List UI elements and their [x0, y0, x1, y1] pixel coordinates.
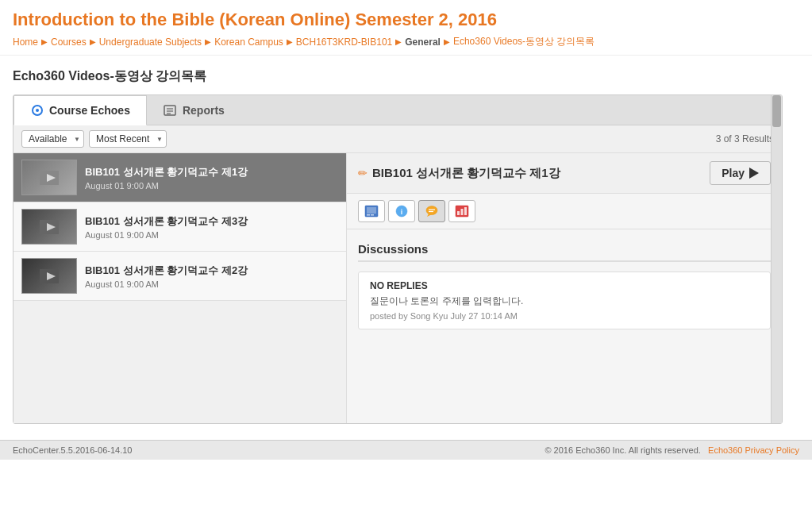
video-date-3: August 01 9:00 AM: [85, 279, 338, 289]
footer-copyright: © 2016 Echo360 Inc. All rights reserved.: [545, 445, 700, 455]
video-info-1: BIB101 성서개론 황기덕교수 제1강 August 01 9:00 AM: [85, 165, 338, 191]
detail-content: Discussions NO REPLIES 질문이나 토론의 주제를 입력합니…: [347, 229, 782, 423]
available-select-wrapper: Available: [21, 130, 84, 148]
no-replies-box: NO REPLIES 질문이나 토론의 주제를 입력합니다. posted by…: [358, 272, 771, 329]
discussion-icon: [425, 205, 439, 218]
content-body: BIB101 성서개론 황기덕교수 제1강 August 01 9:00 AM …: [13, 153, 782, 423]
breadcrumb-courses[interactable]: Courses: [51, 37, 87, 48]
video-thumb-image-2: [22, 210, 76, 244]
video-title-2: BIB101 성서개론 황기덕교수 제3강: [85, 214, 338, 229]
results-count: 3 of 3 Results: [716, 133, 774, 144]
video-item-2[interactable]: BIB101 성서개론 황기덕교수 제3강 August 01 9:00 AM: [13, 202, 346, 252]
no-replies-title: NO REPLIES: [370, 280, 759, 291]
play-button[interactable]: Play: [710, 161, 771, 185]
video-thumb-image-1: [22, 160, 76, 195]
page-title: Introduction to the Bible (Korean Online…: [13, 10, 799, 30]
reports-label: Reports: [183, 104, 225, 117]
breadcrumb-undergrad[interactable]: Undergraduate Subjects: [99, 37, 202, 48]
breadcrumb-echo360[interactable]: Echo360 Videos-동영상 강의목록: [453, 35, 595, 48]
media-icon: [364, 205, 379, 218]
scrollbar-thumb[interactable]: [772, 95, 781, 127]
video-title-1: BIB101 성서개론 황기덕교수 제1강: [85, 165, 338, 179]
available-select[interactable]: Available: [21, 130, 84, 148]
video-info-3: BIB101 성서개론 황기덕교수 제2강 August 01 9:00 AM: [85, 264, 338, 289]
filter-controls: Available Most Recent: [21, 130, 167, 148]
breadcrumb: Home ▶ Courses ▶ Undergraduate Subjects …: [13, 35, 799, 48]
detail-tab-media[interactable]: [358, 200, 385, 222]
detail-tab-discussion[interactable]: [418, 200, 445, 222]
video-title-3: BIB101 성서개론 황기덕교수 제2강: [85, 264, 338, 278]
detail-tab-info[interactable]: i: [388, 200, 415, 222]
svg-rect-13: [367, 207, 376, 214]
breadcrumb-general: General: [405, 37, 441, 48]
svg-point-18: [426, 206, 437, 215]
breadcrumb-sep2: ▶: [90, 37, 96, 46]
tab-reports[interactable]: Reports: [147, 95, 241, 125]
tab-bar: Course Echoes Reports: [13, 95, 782, 125]
video-thumb-3: [21, 258, 77, 294]
video-date-1: August 01 9:00 AM: [85, 181, 338, 191]
discussions-title: Discussions: [358, 242, 771, 262]
video-item-1[interactable]: BIB101 성서개론 황기덕교수 제1강 August 01 9:00 AM: [13, 153, 346, 202]
video-thumb-image-3: [22, 259, 76, 293]
breadcrumb-sep3: ▶: [205, 37, 211, 46]
video-date-2: August 01 9:00 AM: [85, 230, 338, 240]
footer-privacy-link[interactable]: Echo360 Privacy Policy: [708, 445, 799, 455]
footer-version: EchoCenter.5.5.2016-06-14.10: [13, 445, 132, 455]
video-thumb-2: [21, 209, 77, 245]
detail-title-row: ✏ BIB101 성서개론 황기덕교수 제1강: [358, 166, 560, 181]
svg-rect-25: [464, 207, 467, 215]
detail-header: ✏ BIB101 성서개론 황기덕교수 제1강 Play: [347, 153, 782, 194]
detail-tabs: i: [347, 194, 782, 229]
breadcrumb-sep5: ▶: [395, 37, 402, 46]
reports-icon: [164, 105, 178, 116]
no-replies-text: 질문이나 토론의 주제를 입력합니다.: [370, 295, 759, 308]
video-list: BIB101 성서개론 황기덕교수 제1강 August 01 9:00 AM …: [13, 153, 347, 423]
scrollbar[interactable]: [771, 95, 782, 423]
detail-tab-analytics[interactable]: [448, 200, 475, 222]
echo-widget: Course Echoes Reports Av: [13, 94, 783, 424]
svg-rect-23: [457, 211, 460, 215]
play-triangle-icon: [749, 168, 759, 179]
detail-panel: ✏ BIB101 성서개론 황기덕교수 제1강 Play: [347, 153, 782, 423]
analytics-icon: [455, 205, 469, 218]
course-echoes-label: Course Echoes: [49, 104, 130, 117]
footer-right: © 2016 Echo360 Inc. All rights reserved.…: [545, 445, 799, 455]
main-content: Echo360 Videos-동영상 강의목록 Course Echoes: [0, 56, 812, 424]
video-thumb-1: [21, 160, 77, 195]
svg-text:i: i: [401, 208, 403, 216]
section-title: Echo360 Videos-동영상 강의목록: [13, 68, 799, 85]
breadcrumb-sep4: ▶: [287, 37, 293, 46]
footer: EchoCenter.5.5.2016-06-14.10 © 2016 Echo…: [0, 440, 812, 460]
svg-rect-14: [367, 214, 370, 216]
svg-rect-24: [461, 209, 464, 215]
info-icon: i: [394, 205, 409, 218]
tab-course-echoes[interactable]: Course Echoes: [13, 95, 147, 125]
edit-icon: ✏: [358, 167, 368, 179]
page-header: Introduction to the Bible (Korean Online…: [0, 0, 812, 56]
most-recent-select-wrapper: Most Recent: [89, 130, 167, 148]
breadcrumb-sep6: ▶: [444, 37, 450, 46]
course-echoes-icon: [30, 105, 44, 116]
svg-point-1: [36, 109, 39, 112]
svg-rect-15: [371, 214, 374, 216]
breadcrumb-home[interactable]: Home: [13, 37, 38, 48]
detail-title: BIB101 성서개론 황기덕교수 제1강: [372, 166, 560, 181]
video-item-3[interactable]: BIB101 성서개론 황기덕교수 제2강 August 01 9:00 AM: [13, 252, 346, 301]
filter-bar: Available Most Recent 3 of 3 Results: [13, 125, 782, 153]
breadcrumb-sep: ▶: [41, 37, 48, 46]
video-info-2: BIB101 성서개론 황기덕교수 제3강 August 01 9:00 AM: [85, 214, 338, 240]
most-recent-select[interactable]: Most Recent: [89, 130, 167, 148]
breadcrumb-course-code[interactable]: BCH16T3KRD-BIB101: [296, 37, 392, 48]
play-label: Play: [722, 167, 745, 179]
breadcrumb-korean-campus[interactable]: Korean Campus: [214, 37, 283, 48]
no-replies-posted: posted by Song Kyu July 27 10:14 AM: [370, 311, 759, 321]
